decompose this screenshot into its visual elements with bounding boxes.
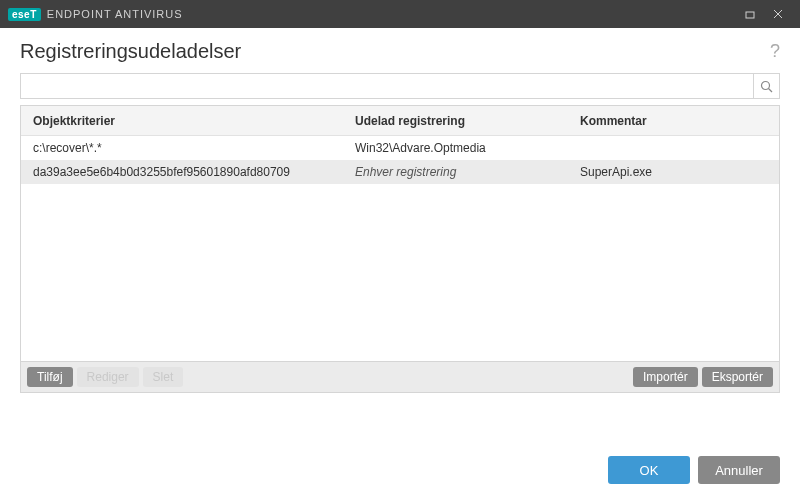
table-header: Objektkriterier Udelad registrering Komm…: [21, 106, 779, 136]
col-object[interactable]: Objektkriterier: [21, 114, 351, 128]
delete-button[interactable]: Slet: [143, 367, 184, 387]
table-row[interactable]: c:\recover\*.*Win32\Advare.Optmedia: [21, 136, 779, 160]
search-icon: [760, 80, 773, 93]
svg-rect-0: [746, 12, 754, 18]
cancel-button[interactable]: Annuller: [698, 456, 780, 484]
cell-exclude: Win32\Advare.Optmedia: [351, 141, 576, 155]
titlebar: eseT ENDPOINT ANTIVIRUS: [0, 0, 800, 28]
table-body: c:\recover\*.*Win32\Advare.Optmediada39a…: [21, 136, 779, 361]
dialog-header: Registreringsudeladelser ?: [0, 28, 800, 73]
add-button[interactable]: Tilføj: [27, 367, 73, 387]
minimize-icon: [745, 9, 755, 19]
import-button[interactable]: Importér: [633, 367, 698, 387]
cell-object: da39a3ee5e6b4b0d3255bfef95601890afd80709: [21, 165, 351, 179]
table-row[interactable]: da39a3ee5e6b4b0d3255bfef95601890afd80709…: [21, 160, 779, 184]
close-icon: [773, 9, 783, 19]
close-button[interactable]: [764, 0, 792, 28]
exclusions-table: Objektkriterier Udelad registrering Komm…: [20, 105, 780, 393]
cell-exclude: Enhver registrering: [351, 165, 576, 179]
svg-point-3: [762, 81, 770, 89]
minimize-button[interactable]: [736, 0, 764, 28]
svg-line-4: [769, 88, 773, 92]
search-input[interactable]: [21, 74, 753, 98]
cell-comment: SuperApi.exe: [576, 165, 779, 179]
col-comment[interactable]: Kommentar: [576, 114, 779, 128]
cell-object: c:\recover\*.*: [21, 141, 351, 155]
brand-logo: eseT ENDPOINT ANTIVIRUS: [8, 8, 183, 21]
dialog-footer: OK Annuller: [0, 442, 800, 500]
page-title: Registreringsudeladelser: [20, 40, 241, 63]
content-area: Objektkriterier Udelad registrering Komm…: [0, 73, 800, 393]
edit-button[interactable]: Rediger: [77, 367, 139, 387]
help-button[interactable]: ?: [770, 41, 780, 62]
export-button[interactable]: Eksportér: [702, 367, 773, 387]
search-button[interactable]: [753, 74, 779, 98]
brand-badge: eseT: [8, 8, 41, 21]
table-actionbar: Tilføj Rediger Slet Importér Eksportér: [21, 361, 779, 392]
search-bar: [20, 73, 780, 99]
ok-button[interactable]: OK: [608, 456, 690, 484]
brand-text: ENDPOINT ANTIVIRUS: [47, 8, 183, 20]
col-exclude[interactable]: Udelad registrering: [351, 114, 576, 128]
